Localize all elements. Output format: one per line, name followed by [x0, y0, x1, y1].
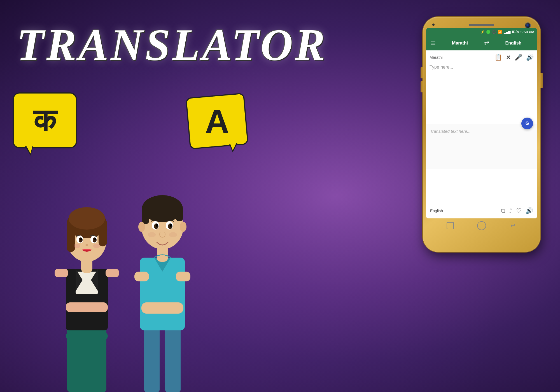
- voice-recognition-icon[interactable]: 🔊: [526, 54, 534, 61]
- svg-rect-6: [55, 269, 68, 277]
- app-toolbar: ☰ Marathi ⇄ English: [426, 36, 537, 50]
- wifi-icon: 📶: [498, 30, 502, 34]
- svg-rect-27: [134, 272, 149, 281]
- hindi-character: क: [33, 102, 56, 139]
- svg-point-19: [80, 238, 82, 240]
- translate-button[interactable]: G: [521, 118, 533, 129]
- signal-bars: ▂▄▆: [504, 30, 510, 34]
- recent-apps-icon: [447, 222, 454, 229]
- source-lang-label: Marathi: [430, 55, 443, 60]
- svg-point-20: [94, 238, 96, 240]
- status-bar: ⚡ 🎧 📶 ▂▄▆ 81% 5:58 PM: [426, 28, 537, 36]
- characters-area: [50, 154, 196, 392]
- phone-speaker: [469, 24, 494, 26]
- phone-wrapper: ⚡ 🎧 📶 ▂▄▆ 81% 5:58 PM ☰ Marathi ⇄ Englis…: [423, 17, 540, 252]
- source-header: Marathi 📋 ✕ 🎤 🔊: [430, 54, 534, 61]
- translate-fab-icon: G: [526, 121, 529, 126]
- circle-icon: [486, 30, 490, 34]
- copy-icon[interactable]: ⧉: [501, 207, 505, 214]
- svg-point-36: [138, 222, 145, 232]
- svg-point-21: [85, 244, 88, 246]
- svg-point-17: [79, 237, 83, 242]
- svg-rect-28: [176, 272, 190, 281]
- source-panel: Marathi 📋 ✕ 🎤 🔊: [426, 50, 537, 112]
- back-icon: ↩: [510, 222, 515, 229]
- svg-rect-29: [141, 302, 183, 314]
- headphone-icon: 🎧: [492, 30, 496, 34]
- nav-home-button[interactable]: [477, 221, 487, 231]
- svg-point-43: [170, 224, 172, 227]
- listen-icon[interactable]: 🔊: [526, 207, 533, 214]
- svg-point-37: [180, 222, 186, 232]
- nav-back-button[interactable]: ↩: [508, 221, 518, 231]
- source-input[interactable]: [430, 64, 534, 100]
- home-icon: [477, 221, 486, 230]
- microphone-icon[interactable]: 🎤: [515, 54, 522, 61]
- woman-character: [50, 174, 123, 392]
- volume-buttons: [421, 67, 423, 92]
- app-title: TRANSLATOR: [17, 22, 327, 67]
- phone-camera: [525, 22, 531, 29]
- menu-icon[interactable]: ☰: [430, 39, 437, 48]
- clipboard-icon[interactable]: 📋: [494, 54, 502, 61]
- translated-output: Translated text here...: [430, 128, 533, 135]
- svg-rect-35: [176, 207, 183, 221]
- svg-rect-24: [144, 322, 160, 392]
- swap-languages-icon[interactable]: ⇄: [483, 38, 490, 48]
- bubble-left: क: [13, 92, 77, 148]
- output-icons: ⧉ ⤴ ♡ 🔊: [501, 207, 533, 214]
- svg-point-22: [74, 244, 80, 248]
- clear-icon[interactable]: ✕: [506, 54, 511, 61]
- svg-point-42: [156, 224, 158, 227]
- camera-lens: [526, 24, 529, 27]
- svg-rect-12: [67, 224, 75, 252]
- output-lang-label: English: [430, 209, 443, 213]
- phone-nav: ↩: [426, 218, 537, 233]
- svg-rect-13: [99, 224, 107, 246]
- source-icons: 📋 ✕ 🎤 🔊: [494, 54, 534, 61]
- source-language-toolbar[interactable]: Marathi: [440, 41, 480, 46]
- svg-point-45: [169, 232, 177, 237]
- usb-icon: ⚡: [480, 30, 485, 34]
- app-title-container: TRANSLATOR: [17, 22, 327, 67]
- svg-point-44: [148, 232, 156, 237]
- output-panel: Translated text here...: [426, 124, 537, 169]
- svg-point-18: [93, 237, 97, 242]
- vol-down-button: [421, 81, 423, 92]
- bubble-right: A: [185, 93, 248, 150]
- target-language-toolbar[interactable]: English: [493, 41, 534, 46]
- nav-recent-button[interactable]: [445, 221, 455, 231]
- svg-point-14: [69, 207, 105, 230]
- vol-up-button: [421, 67, 423, 78]
- status-time: 5:58 PM: [521, 30, 534, 34]
- favorite-icon[interactable]: ♡: [516, 207, 522, 214]
- svg-point-23: [93, 244, 100, 248]
- phone-sensor: [432, 24, 435, 26]
- phone-screen: ⚡ 🎧 📶 ▂▄▆ 81% 5:58 PM ☰ Marathi ⇄ Englis…: [426, 28, 537, 218]
- svg-rect-25: [165, 322, 181, 392]
- translate-divider: G: [426, 112, 537, 124]
- power-button: [540, 73, 543, 88]
- phone-top-area: [426, 20, 537, 28]
- man-character: [129, 165, 196, 392]
- phone-outer: ⚡ 🎧 📶 ▂▄▆ 81% 5:58 PM ☰ Marathi ⇄ Englis…: [423, 17, 540, 252]
- english-character: A: [205, 102, 229, 141]
- output-footer: English ⧉ ⤴ ♡ 🔊: [426, 203, 537, 218]
- svg-rect-8: [66, 302, 108, 312]
- svg-rect-34: [142, 207, 149, 224]
- battery-percent: 81%: [512, 30, 519, 34]
- svg-rect-7: [106, 269, 119, 277]
- share-icon[interactable]: ⤴: [509, 207, 512, 214]
